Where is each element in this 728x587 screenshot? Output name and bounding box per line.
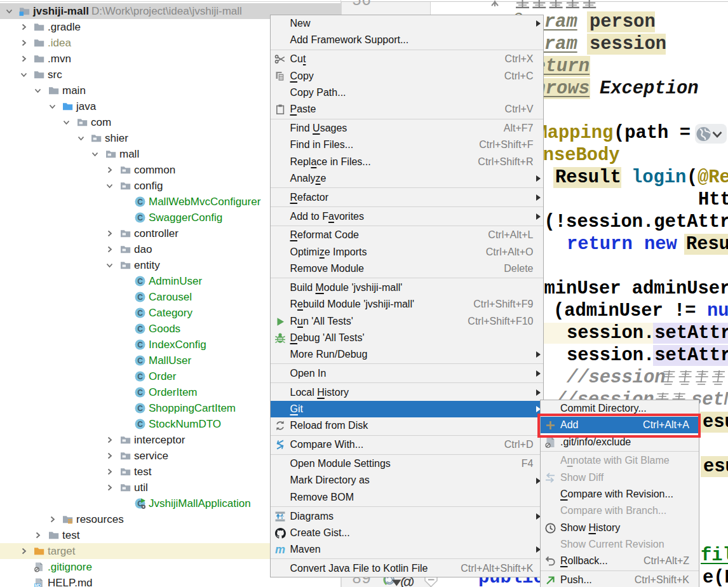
svg-text:C: C	[137, 404, 143, 413]
svg-text:C: C	[137, 213, 143, 222]
svg-text:C: C	[137, 341, 143, 349]
svg-text:C: C	[137, 388, 143, 397]
svg-text:C: C	[137, 325, 143, 334]
svg-text:C: C	[137, 293, 143, 302]
svg-text:C: C	[137, 277, 143, 286]
svg-text:C: C	[137, 309, 143, 318]
svg-text:C: C	[137, 372, 143, 381]
svg-text:C: C	[137, 356, 143, 365]
svg-text:m: m	[275, 544, 285, 556]
svg-text:MD: MD	[34, 583, 41, 587]
svg-text:C: C	[137, 198, 143, 206]
svg-text:C: C	[137, 420, 143, 429]
